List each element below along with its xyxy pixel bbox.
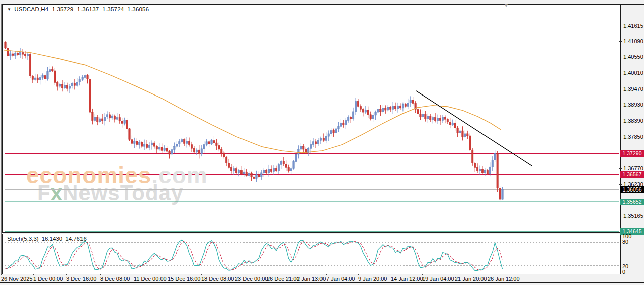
price-tick-label: 1.36770 bbox=[623, 165, 643, 171]
time-tick bbox=[326, 274, 327, 275]
price-tick-label: 1.39470 bbox=[623, 86, 643, 92]
quote-open: 1.35729 bbox=[52, 6, 73, 12]
price-tick-label: 1.40550 bbox=[623, 54, 643, 60]
chart-shift-marker-icon[interactable]: ▼ bbox=[504, 3, 509, 8]
time-tick bbox=[267, 274, 267, 275]
stochastic-pane[interactable] bbox=[2, 234, 621, 274]
stoch-value-d: 14.7616 bbox=[65, 236, 87, 242]
time-tick bbox=[168, 274, 168, 275]
price-tick-label: 1.40010 bbox=[623, 70, 643, 76]
time-label: 26 Dec 21:00 bbox=[267, 276, 299, 282]
price-tick-label: 1.37850 bbox=[623, 134, 643, 140]
time-label: 8 Dec 08:00 bbox=[100, 276, 130, 282]
time-tick bbox=[33, 274, 34, 275]
price-tick-label: 1.38390 bbox=[623, 118, 643, 124]
time-label: 11 Dec 00:00 bbox=[134, 276, 167, 282]
time-label: 23 Dec 00:00 bbox=[235, 276, 268, 282]
mt4-chart-window: economies.com FxNewsToday ▼USDCAD,H41.35… bbox=[0, 0, 644, 285]
price-tick-dash bbox=[619, 26, 622, 26]
time-label: 19 Jan 04:00 bbox=[422, 276, 454, 282]
stoch-scale-80: 80 bbox=[622, 239, 628, 245]
price-badge-1.36056: 1.36056 bbox=[620, 186, 644, 193]
price-tick-dash bbox=[619, 73, 622, 73]
hline-1.37290 bbox=[5, 153, 619, 154]
window-bottom-border bbox=[0, 282, 644, 283]
time-label: 21 Jan 20:00 bbox=[455, 276, 487, 282]
price-tick-dash bbox=[619, 121, 622, 121]
time-label: 2 Jan 13:00 bbox=[297, 276, 326, 282]
time-label: 26 Jan 12:00 bbox=[488, 276, 520, 282]
time-label: 1 Dec 00:00 bbox=[33, 276, 63, 282]
quote-high: 1.36137 bbox=[77, 6, 99, 12]
stoch-scale-0: 0 bbox=[622, 269, 625, 275]
time-tick bbox=[297, 274, 297, 275]
price-tick-dash bbox=[619, 57, 622, 57]
time-tick bbox=[100, 274, 101, 275]
time-tick bbox=[358, 274, 359, 275]
time-tick bbox=[201, 274, 202, 275]
price-badge-1.36567: 1.36567 bbox=[620, 171, 644, 178]
time-tick bbox=[488, 274, 488, 275]
symbol-timeframe: USDCAD,H4 bbox=[14, 6, 48, 12]
price-tick-dash bbox=[619, 41, 622, 42]
stoch-scale-dash-80 bbox=[619, 266, 622, 266]
symbol-dropdown-icon[interactable]: ▼ bbox=[7, 7, 11, 12]
time-label: 15 Dec 16:00 bbox=[168, 276, 200, 282]
quote-close: 1.36056 bbox=[127, 6, 149, 12]
window-left-edge bbox=[1, 4, 2, 274]
price-tick-dash bbox=[619, 89, 622, 89]
main-chart-pane[interactable] bbox=[2, 4, 621, 233]
stoch-value-k: 16.1430 bbox=[42, 236, 63, 242]
quote-low: 1.35724 bbox=[102, 6, 124, 12]
price-tick-label: 1.41615 bbox=[623, 23, 643, 29]
time-label: 14 Jan 12:00 bbox=[391, 276, 423, 282]
price-badge-1.35652: 1.35652 bbox=[620, 199, 644, 205]
time-tick bbox=[455, 274, 455, 275]
price-tick-label: 1.35165 bbox=[623, 213, 643, 219]
price-tick-label: 1.41090 bbox=[623, 38, 643, 44]
price-tick-dash bbox=[619, 216, 622, 216]
time-tick bbox=[134, 274, 134, 275]
chart-title: ▼USDCAD,H41.357291.361371.357241.36056 bbox=[7, 6, 149, 12]
price-tick-dash bbox=[619, 105, 622, 105]
time-label: 18 Dec 08:00 bbox=[201, 276, 234, 282]
time-tick bbox=[66, 274, 67, 275]
time-label: 9 Jan 20:00 bbox=[358, 276, 387, 282]
time-tick bbox=[235, 274, 235, 275]
time-label: 26 Nov 2025 bbox=[1, 276, 32, 282]
price-tick-dash bbox=[619, 184, 622, 185]
time-label: 3 Dec 16:00 bbox=[66, 276, 96, 282]
stoch-name: Stoch(5,3,3) bbox=[7, 236, 39, 242]
stochastic-indicator-label: Stoch(5,3,3)16.143014.7616 bbox=[7, 236, 87, 242]
time-label: 7 Jan 04:00 bbox=[326, 276, 355, 282]
time-tick bbox=[391, 274, 391, 275]
hline-1.36567 bbox=[5, 174, 619, 175]
price-tick-dash bbox=[619, 168, 622, 169]
price-badge-1.37290: 1.37290 bbox=[620, 150, 644, 157]
time-tick bbox=[422, 274, 423, 275]
price-tick-label: 1.38930 bbox=[623, 102, 643, 108]
price-tick-dash bbox=[619, 137, 622, 137]
time-tick bbox=[1, 274, 2, 275]
